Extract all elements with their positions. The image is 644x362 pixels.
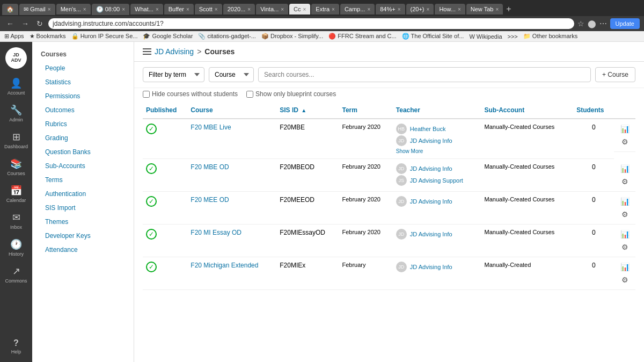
course-link[interactable]: F20 Michigan Extended <box>191 262 258 269</box>
menu-icon[interactable] <box>143 47 151 56</box>
show-blueprint-label[interactable]: Show only blueprint courses <box>246 90 336 98</box>
left-nav-people[interactable]: People <box>32 61 134 75</box>
sidebar-item-calendar[interactable]: 📅 Calendar <box>0 182 32 206</box>
tab-notif[interactable]: (20+) × <box>406 4 434 15</box>
left-nav-authentication[interactable]: Authentication <box>32 187 134 201</box>
left-nav-sis-import[interactable]: SIS Import <box>32 201 134 215</box>
tab-vinta[interactable]: Vinta... × <box>256 4 288 15</box>
left-nav-outcomes[interactable]: Outcomes <box>32 103 134 117</box>
tab-2020[interactable]: 2020... × <box>223 4 255 15</box>
bookmark-official[interactable]: 🌐 The Official Site of... <box>402 33 464 40</box>
bookmark-other[interactable]: 📁 Other bookmarks <box>523 33 577 40</box>
tab-how[interactable]: How... × <box>435 4 465 15</box>
analytics-button[interactable]: 📊 <box>619 262 631 272</box>
sidebar-item-courses[interactable]: 📚 Courses <box>0 155 32 179</box>
analytics-button[interactable]: 📊 <box>619 196 631 207</box>
analytics-button[interactable]: 📊 <box>619 124 631 134</box>
url-input[interactable] <box>48 18 574 29</box>
settings-button[interactable]: ⚙ <box>620 136 630 147</box>
course-link[interactable]: F20 MI Essay OD <box>191 229 241 236</box>
course-link[interactable]: F20 MBE Live <box>191 124 231 131</box>
course-link[interactable]: F20 MEE OD <box>191 196 229 204</box>
tab-newtab[interactable]: New Tab × <box>466 4 503 15</box>
analytics-button[interactable]: 📊 <box>619 163 631 174</box>
settings-button[interactable]: ⚙ <box>620 242 630 252</box>
forward-button[interactable]: → <box>19 18 31 29</box>
sidebar-item-dashboard[interactable]: ⊞ Dashboard <box>0 128 32 153</box>
teacher-name[interactable]: JD Advising Info <box>410 231 452 237</box>
new-tab-button[interactable]: + <box>504 2 513 16</box>
settings-button[interactable]: ⚙ <box>620 274 630 285</box>
left-nav-terms[interactable]: Terms <box>32 173 134 187</box>
settings-button[interactable]: ⚙ <box>620 176 630 187</box>
search-input[interactable] <box>258 67 591 82</box>
tab-extra[interactable]: Extra × <box>311 4 339 15</box>
extension-opera[interactable]: ⬤ <box>588 19 596 28</box>
col-teacher[interactable]: Teacher <box>393 102 481 119</box>
filter-course-type-select[interactable]: Course Blueprint <box>209 67 254 82</box>
sidebar-item-account[interactable]: 👤 Account <box>0 74 32 99</box>
settings-button[interactable]: ⚙ <box>620 209 630 220</box>
teacher-name[interactable]: JD Advising Info <box>410 137 452 144</box>
col-students[interactable]: Students <box>573 102 614 119</box>
tab-gmail[interactable]: ✉ Gmail × <box>19 4 55 15</box>
tab-buffer[interactable]: Buffer × <box>164 4 194 15</box>
bookmark-apps[interactable]: ⊞ Apps <box>4 33 24 40</box>
tab-cc[interactable]: Cc × <box>289 4 310 15</box>
col-term[interactable]: Term <box>339 102 392 119</box>
tab-time[interactable]: 🕐 08:00 × <box>92 4 129 15</box>
sidebar-item-inbox[interactable]: ✉ Inbox <box>0 208 32 233</box>
col-course[interactable]: Course <box>187 102 276 119</box>
tab-scott[interactable]: Scott × <box>195 4 222 15</box>
left-nav-themes[interactable]: Themes <box>32 215 134 229</box>
back-button[interactable]: ← <box>4 18 16 29</box>
bookmark-bookmarks[interactable]: ★ Bookmarks <box>30 33 66 40</box>
teacher-name[interactable]: JD Advising Info <box>410 198 452 205</box>
bookmark-citations[interactable]: 📎 citations-gadget-... <box>198 33 256 40</box>
add-course-button[interactable]: + Course <box>595 67 635 82</box>
left-nav-grading[interactable]: Grading <box>32 131 134 145</box>
teacher-name[interactable]: JD Advising Info <box>410 264 452 270</box>
star-button[interactable]: ☆ <box>577 19 584 28</box>
reload-button[interactable]: ↻ <box>34 18 45 29</box>
bookmark-wikipedia[interactable]: W Wikipedia <box>469 33 502 40</box>
left-nav-attendance[interactable]: Attendance <box>32 243 134 257</box>
sidebar-item-admin[interactable]: 🔧 Admin <box>0 101 32 126</box>
left-nav-rubrics[interactable]: Rubrics <box>32 117 134 131</box>
filter-term-select[interactable]: Filter by term All Terms February 2020 <box>143 67 204 82</box>
tab-camp[interactable]: Camp... × <box>340 4 375 15</box>
bookmark-huron[interactable]: 🔒 Huron IP Secure Se... <box>71 33 138 40</box>
tab-what[interactable]: What... × <box>130 4 163 15</box>
tab-home[interactable]: 🏠 <box>2 4 18 15</box>
bookmark-more[interactable]: >>> <box>508 33 518 40</box>
col-sub-account[interactable]: Sub-Account <box>481 102 574 119</box>
tab-84[interactable]: 84%+ × <box>376 4 405 15</box>
col-sis-id[interactable]: SIS ID ▲ <box>276 102 339 119</box>
teacher-name[interactable]: Heather Buck <box>410 126 446 132</box>
left-nav-sub-accounts[interactable]: Sub-Accounts <box>32 159 134 173</box>
left-nav-statistics[interactable]: Statistics <box>32 75 134 89</box>
bookmark-scholar[interactable]: 🎓 Google Scholar <box>143 33 193 40</box>
sidebar-item-commons[interactable]: ↗ Commons <box>0 262 32 287</box>
hide-without-students-checkbox[interactable] <box>143 91 150 98</box>
course-link[interactable]: F20 MBE OD <box>191 163 229 171</box>
show-blueprint-checkbox[interactable] <box>246 91 253 98</box>
sidebar-item-history[interactable]: 🕐 History <box>0 235 32 260</box>
teacher-name[interactable]: JD Advising Support <box>410 177 463 184</box>
teacher-name[interactable]: JD Advising Info <box>410 165 452 172</box>
show-more-link[interactable]: Show More <box>396 148 478 154</box>
sidebar-item-help[interactable]: ? Help <box>0 335 32 358</box>
left-nav-question-banks[interactable]: Question Banks <box>32 145 134 159</box>
toolbar: Filter by term All Terms February 2020 C… <box>134 62 644 88</box>
left-nav-developer-keys[interactable]: Developer Keys <box>32 229 134 243</box>
col-published[interactable]: Published <box>143 102 187 119</box>
update-button[interactable]: Update <box>610 18 640 29</box>
bookmark-ffrc[interactable]: 🔴 FFRC Stream and C... <box>328 33 396 40</box>
left-nav-permissions[interactable]: Permissions <box>32 89 134 103</box>
breadcrumb-parent[interactable]: JD Advising <box>155 47 194 56</box>
extension-list[interactable]: ⋯ <box>599 19 607 28</box>
analytics-button[interactable]: 📊 <box>619 229 631 240</box>
bookmark-dropbox[interactable]: 📦 Dropbox - Simplify... <box>261 33 323 40</box>
hide-without-students-label[interactable]: Hide courses without students <box>143 90 238 98</box>
tab-mens[interactable]: Men's... × <box>56 4 91 15</box>
